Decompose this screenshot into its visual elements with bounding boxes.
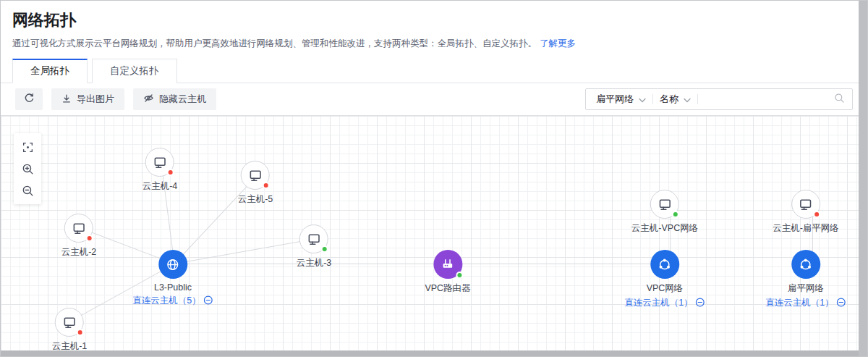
collapse-minus-icon[interactable] <box>837 298 846 309</box>
direct-hosts-link[interactable]: 直连云主机（1） <box>624 297 705 309</box>
node-label: L3-Public <box>154 282 192 293</box>
page-description: 通过可视化方式展示云平台网络规划，帮助用户更高效地进行网络规划、管理和性能改进，… <box>12 37 856 50</box>
direct-hosts-link[interactable]: 直连云主机（5） <box>132 295 213 307</box>
tab-bar: 全局拓扑 自定义拓扑 <box>1 59 867 83</box>
export-image-label: 导出图片 <box>77 93 114 106</box>
topology-canvas[interactable]: 云主机-4云主机-5云主机-2云主机-3云主机-1L3-Public直连云主机（… <box>1 115 867 351</box>
host-icon[interactable] <box>145 148 174 177</box>
network-icon[interactable] <box>650 250 679 279</box>
topology-node-vpc-router[interactable]: VPC路由器 <box>425 250 470 295</box>
toolbar: 导出图片 隐藏云主机 扁平网络 名称 <box>1 83 867 115</box>
horizontal-scrollbar[interactable] <box>1 350 860 356</box>
page-header: 网络拓扑 通过可视化方式展示云平台网络规划，帮助用户更高效地进行网络规划、管理和… <box>1 1 867 50</box>
topology-node-vpc-network[interactable]: VPC网络直连云主机（1） <box>624 250 705 309</box>
node-label: VPC路由器 <box>425 282 470 295</box>
chevron-down-icon <box>684 94 691 105</box>
host-icon[interactable] <box>64 214 93 243</box>
topology-node-host-4[interactable]: 云主机-4 <box>142 148 178 193</box>
status-dot-running <box>672 211 679 218</box>
hide-hosts-label: 隐藏云主机 <box>159 93 206 106</box>
page-title: 网络拓扑 <box>12 9 856 31</box>
node-label: 云主机-扁平网络 <box>773 222 839 235</box>
node-label: 云主机-3 <box>297 257 332 269</box>
router-icon[interactable] <box>433 250 462 279</box>
export-image-button[interactable]: 导出图片 <box>51 88 124 110</box>
node-label: 云主机-2 <box>61 246 97 259</box>
collapse-minus-icon[interactable] <box>696 298 705 309</box>
learn-more-link[interactable]: 了解更多 <box>540 38 576 49</box>
status-dot-running <box>456 272 463 279</box>
refresh-button[interactable] <box>15 88 43 110</box>
topology-node-host-vpc[interactable]: 云主机-VPC网络 <box>631 190 698 235</box>
topology-node-host-5[interactable]: 云主机-5 <box>238 161 273 206</box>
host-icon[interactable] <box>241 161 270 190</box>
refresh-icon <box>24 93 35 106</box>
topology-node-host-flat[interactable]: 云主机-扁平网络 <box>773 190 839 235</box>
topology-edges <box>1 116 867 351</box>
divider <box>697 94 698 104</box>
node-label: 扁平网络 <box>788 282 824 295</box>
status-dot-stopped <box>263 182 270 189</box>
search-field-select[interactable]: 名称 <box>660 93 691 106</box>
node-label: 云主机-VPC网络 <box>631 222 698 235</box>
node-label: VPC网络 <box>647 282 684 295</box>
globe-icon[interactable] <box>158 250 187 279</box>
collapse-minus-icon[interactable] <box>204 295 213 307</box>
zoom-out-icon <box>22 185 34 197</box>
fit-view-button[interactable] <box>14 136 41 158</box>
host-icon[interactable] <box>650 190 679 219</box>
download-icon <box>61 93 72 106</box>
search-icon[interactable] <box>834 93 845 106</box>
zoom-in-icon <box>22 163 34 175</box>
direct-hosts-link[interactable]: 直连云主机（1） <box>765 297 846 309</box>
node-label: 云主机-5 <box>238 193 273 206</box>
direct-hosts-link-text: 直连云主机（1） <box>765 297 833 309</box>
network-topology-page: 网络拓扑 通过可视化方式展示云平台网络规划，帮助用户更高效地进行网络规划、管理和… <box>0 0 868 357</box>
direct-hosts-link-text: 直连云主机（1） <box>624 297 692 309</box>
topology-search-group: 扁平网络 名称 <box>585 88 853 110</box>
direct-hosts-link-text: 直连云主机（5） <box>132 295 200 307</box>
host-icon[interactable] <box>299 224 328 253</box>
network-icon[interactable] <box>791 250 820 279</box>
divider <box>652 94 653 104</box>
zoom-in-button[interactable] <box>14 158 41 180</box>
node-label: 云主机-4 <box>142 180 178 193</box>
network-type-select[interactable]: 扁平网络 <box>596 93 646 106</box>
status-dot-stopped <box>813 211 820 218</box>
tab-global-topology[interactable]: 全局拓扑 <box>12 59 88 83</box>
status-dot-running <box>321 245 328 253</box>
topology-node-host-2[interactable]: 云主机-2 <box>61 214 97 259</box>
node-label: 云主机-1 <box>52 340 88 351</box>
status-dot-stopped <box>167 169 174 176</box>
host-icon[interactable] <box>791 190 820 219</box>
topology-node-flat-network[interactable]: 扁平网络直连云主机（1） <box>765 250 846 309</box>
topology-node-host-3[interactable]: 云主机-3 <box>297 224 332 269</box>
status-dot-stopped <box>77 329 84 336</box>
tab-custom-topology[interactable]: 自定义拓扑 <box>92 59 177 83</box>
eye-off-icon <box>143 93 154 106</box>
topology-node-host-1[interactable]: 云主机-1 <box>52 308 88 351</box>
hide-hosts-button[interactable]: 隐藏云主机 <box>133 88 216 110</box>
fit-view-icon <box>22 141 34 154</box>
chevron-down-icon <box>639 94 646 105</box>
network-type-value: 扁平网络 <box>596 93 634 106</box>
zoom-out-button[interactable] <box>14 180 41 201</box>
canvas-zoom-panel <box>14 133 41 204</box>
status-dot-stopped <box>86 235 93 242</box>
topology-node-l3-public[interactable]: L3-Public直连云主机（5） <box>132 250 213 307</box>
page-description-text: 通过可视化方式展示云平台网络规划，帮助用户更高效地进行网络规划、管理和性能改进，… <box>12 38 537 49</box>
search-input[interactable] <box>705 94 827 105</box>
search-field-value: 名称 <box>660 93 678 106</box>
host-icon[interactable] <box>55 308 84 337</box>
vertical-scrollbar[interactable] <box>859 1 867 356</box>
